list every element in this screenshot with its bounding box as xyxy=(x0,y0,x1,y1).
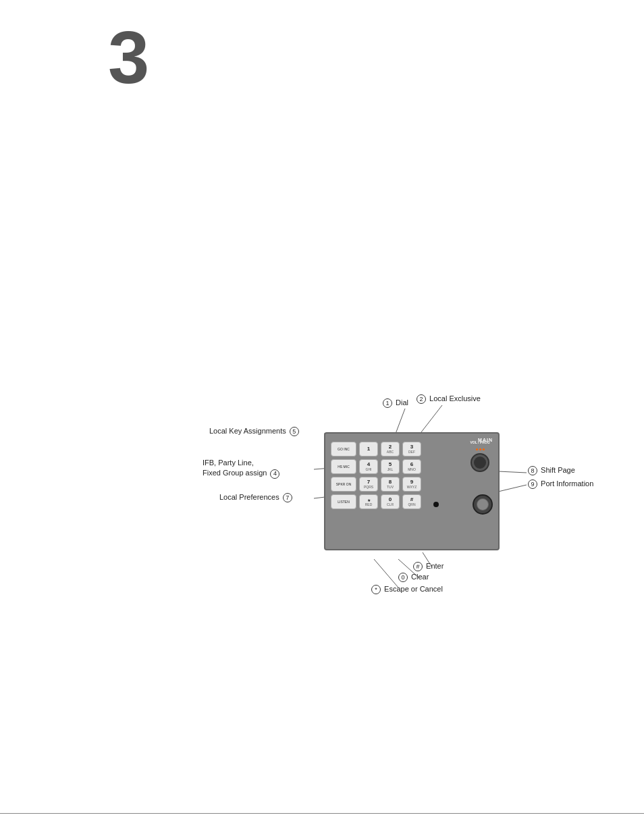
annotation-local-key-assignments: Local Key Assignments 5 xyxy=(209,427,300,436)
key-2[interactable]: 2 ABC xyxy=(381,442,400,457)
circle-8: 8 xyxy=(528,466,537,475)
annotation-enter: # Enter xyxy=(412,562,444,571)
key-8[interactable]: 8 TUV xyxy=(381,477,400,492)
dot-2 xyxy=(479,448,481,450)
annotation-dial: 1 Dial xyxy=(381,398,408,408)
port-info-knob-inner xyxy=(477,498,489,511)
annotation-escape: * Escape or Cancel xyxy=(370,585,443,594)
key-row-4: LISTEN ★ RED 0 CLR # QRN xyxy=(331,494,493,509)
vol-prog-knob-inner xyxy=(474,457,486,469)
vol-prog-knob[interactable] xyxy=(471,453,489,472)
circle-5: 5 xyxy=(290,427,299,436)
circle-star: * xyxy=(371,585,381,594)
dot-1 xyxy=(476,448,478,450)
key-3[interactable]: 3 DEF xyxy=(402,442,421,457)
annotation-shift-page: 8 Shift Page xyxy=(527,466,575,475)
key-9[interactable]: 9 WXYZ xyxy=(402,477,421,492)
svg-line-6 xyxy=(498,485,527,492)
port-info-knob[interactable] xyxy=(473,494,493,515)
annotation-local-exclusive: 2 Local Exclusive xyxy=(415,394,481,404)
keypad-panel: MAIN GO INC 1 2 ABC 3 DEF xyxy=(324,432,500,550)
circle-hash: # xyxy=(413,562,423,571)
dots-indicator xyxy=(476,448,485,450)
key-6[interactable]: 6 MNO xyxy=(402,459,421,474)
key-spkr-on[interactable]: SPKR ON xyxy=(331,477,356,492)
circle-0: 0 xyxy=(398,573,408,582)
key-1[interactable]: 1 xyxy=(359,442,378,457)
diagram-area: MAIN GO INC 1 2 ABC 3 DEF xyxy=(182,385,628,669)
circle-2: 2 xyxy=(417,394,426,404)
key-hash[interactable]: # QRN xyxy=(402,494,421,509)
svg-line-5 xyxy=(498,471,527,473)
key-star[interactable]: ★ RED xyxy=(359,494,378,509)
bottom-rule xyxy=(0,813,644,814)
key-7[interactable]: 7 PQRS xyxy=(359,477,378,492)
annotation-ifb: IFB, Party Line, Fixed Group assign 4 xyxy=(203,458,281,479)
vol-prog-area: VOL / PROG xyxy=(467,440,493,472)
vol-prog-label: VOL / PROG xyxy=(470,440,489,444)
circle-7: 7 xyxy=(283,493,292,502)
circle-1: 1 xyxy=(383,398,392,408)
circle-4: 4 xyxy=(270,469,279,479)
circle-9: 9 xyxy=(528,479,537,489)
annotation-clear: 0 Clear xyxy=(397,573,429,582)
annotation-local-preferences: Local Preferences 7 xyxy=(219,493,294,502)
key-listen[interactable]: LISTEN xyxy=(331,494,356,509)
svg-line-9 xyxy=(374,559,398,588)
key-5[interactable]: 5 JKL xyxy=(381,459,400,474)
key-row-1: GO INC 1 2 ABC 3 DEF VOL / PROG xyxy=(331,442,493,457)
key-rows: GO INC 1 2 ABC 3 DEF VOL / PROG xyxy=(331,442,493,509)
key-hs-mic[interactable]: HS MIC xyxy=(331,459,356,474)
key-row-3: SPKR ON 7 PQRS 8 TUV 9 WXYZ xyxy=(331,477,493,492)
key-0[interactable]: 0 CLR xyxy=(381,494,400,509)
key-4[interactable]: 4 GHI xyxy=(359,459,378,474)
chapter-number: 3 xyxy=(108,20,149,95)
dot-3 xyxy=(483,448,485,450)
key-go-inc[interactable]: GO INC xyxy=(331,442,356,457)
black-dot xyxy=(433,502,439,507)
annotation-port-information: 9 Port Information xyxy=(527,479,593,489)
